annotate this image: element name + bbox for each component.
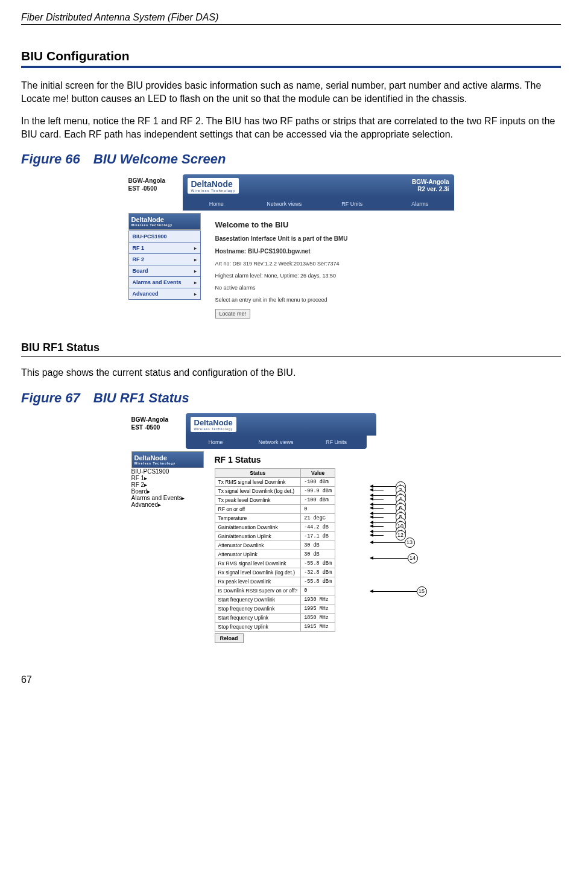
reload-button[interactable]: Reload bbox=[215, 633, 244, 643]
status-cell: Is Downlink RSSI superv on or off? bbox=[215, 586, 301, 595]
sidebar-item-alarms[interactable]: Alarms and Events▸ bbox=[131, 495, 204, 501]
nav-network-views[interactable]: Network views bbox=[246, 439, 306, 445]
status-cell: Rx peak level Downlink bbox=[215, 577, 301, 586]
biu-rf1-status-screenshot: BGW-AngolaEST -0500 DeltaNodeWireless Te… bbox=[131, 413, 451, 646]
status-cell: Tx signal level Downlink (log det.) bbox=[215, 486, 301, 495]
chevron-right-icon: ▸ bbox=[194, 280, 197, 285]
table-row: Rx RMS signal level Downlink-55.8 dBm bbox=[215, 559, 335, 568]
sidebar-logo: DeltaNodeWireless Technology bbox=[128, 213, 201, 230]
sidebar-item-advanced[interactable]: Advanced▸ bbox=[128, 288, 201, 300]
table-row: Attenuator Downlink30 dB bbox=[215, 541, 335, 550]
nav-alarms[interactable]: Alarms bbox=[386, 201, 454, 207]
table-row: Gain/attenuation Uplink-17.1 dB bbox=[215, 531, 335, 541]
deltanode-logo: DeltaNodeWireless Technology bbox=[188, 178, 239, 194]
status-cell: Start frequency Uplink bbox=[215, 613, 301, 622]
table-row: Start frequency Uplink1850 MHz bbox=[215, 613, 335, 622]
select-entry-line: Select an entry unit in the left menu to… bbox=[215, 297, 448, 303]
nav-home[interactable]: Home bbox=[183, 201, 251, 207]
table-row: Start frequency Downlink1930 MHz bbox=[215, 595, 335, 604]
table-row: Stop frequency Uplink1915 MHz bbox=[215, 622, 335, 631]
table-row: Rx signal level Downlink (log det.)-32.8… bbox=[215, 568, 335, 577]
sidebar-item-biu[interactable]: BIU-PCS1900 bbox=[131, 468, 204, 475]
value-cell: -44.2 dB bbox=[301, 522, 335, 531]
rf1-status-content: RF 1 Status StatusValue Tx RMS signal le… bbox=[204, 451, 451, 646]
table-row: Gain/attenuation Downlink-44.2 dB bbox=[215, 522, 335, 531]
table-row: Rx peak level Downlink-55.8 dBm bbox=[215, 577, 335, 586]
table-row: Is Downlink RSSI superv on or off?0 bbox=[215, 586, 335, 595]
chevron-right-icon: ▸ bbox=[194, 291, 197, 297]
nav-rf-units[interactable]: RF Units bbox=[318, 201, 387, 207]
sidebar-item-board[interactable]: Board▸ bbox=[128, 265, 201, 277]
bgw-label: BGW-AngolaEST -0500 bbox=[128, 174, 183, 192]
status-cell: Attenuator Downlink bbox=[215, 541, 301, 550]
status-cell: Rx signal level Downlink (log det.) bbox=[215, 568, 301, 577]
sidebar: DeltaNodeWireless Technology BIU-PCS1900… bbox=[128, 213, 201, 321]
chevron-right-icon: ▸ bbox=[182, 495, 185, 501]
nav-bar: Home Network views RF Units bbox=[186, 436, 367, 449]
bgw-label: BGW-AngolaEST -0500 bbox=[131, 413, 186, 431]
rf1-status-table: StatusValue Tx RMS signal level Downlink… bbox=[215, 468, 336, 632]
top-banner: DeltaNodeWireless Technology bbox=[186, 413, 376, 436]
value-cell: 0 bbox=[301, 586, 335, 595]
chevron-right-icon: ▸ bbox=[194, 268, 197, 274]
body-paragraph: This page shows the current status and c… bbox=[21, 366, 561, 379]
sidebar-item-advanced[interactable]: Advanced▸ bbox=[131, 501, 204, 508]
sidebar-item-rf1[interactable]: RF 1▸ bbox=[128, 243, 201, 254]
value-cell: -100 dBm bbox=[301, 495, 335, 504]
value-cell: 30 dB bbox=[301, 550, 335, 559]
figure-title: BIU RF1 Status bbox=[93, 390, 189, 405]
chevron-right-icon: ▸ bbox=[158, 501, 161, 508]
nav-rf-units[interactable]: RF Units bbox=[306, 439, 367, 445]
status-cell: Attenuator Uplink bbox=[215, 550, 301, 559]
figure-title: BIU Welcome Screen bbox=[93, 151, 226, 167]
table-row: RF on or off0 bbox=[215, 504, 335, 513]
hostname-line: Hostname: BIU-PCS1900.bgw.net bbox=[215, 248, 448, 255]
body-paragraph: In the left menu, notice the RF 1 and RF… bbox=[21, 115, 561, 141]
status-cell: Gain/attenuation Uplink bbox=[215, 531, 301, 541]
welcome-title: Welcome to the BIU bbox=[215, 220, 448, 229]
figure-caption-67: Figure 67BIU RF1 Status bbox=[21, 390, 561, 406]
table-row: Attenuator Uplink30 dB bbox=[215, 550, 335, 559]
sidebar-item-biu[interactable]: BIU-PCS1900 bbox=[128, 230, 201, 243]
subsection-heading-rf1-status: BIU RF1 Status bbox=[21, 341, 561, 357]
chevron-right-icon: ▸ bbox=[147, 488, 150, 495]
chevron-right-icon: ▸ bbox=[144, 475, 147, 481]
locate-me-button[interactable]: Locate me! bbox=[215, 309, 251, 319]
table-row: Tx peak level Downlink-100 dBm bbox=[215, 495, 335, 504]
value-cell: -100 dBm bbox=[301, 477, 335, 486]
status-cell: Gain/attenuation Downlink bbox=[215, 522, 301, 531]
value-cell: -17.1 dB bbox=[301, 531, 335, 541]
no-alarms-line: No active alarms bbox=[215, 285, 448, 291]
section-heading-biu-config: BIU Configuration bbox=[21, 49, 561, 68]
value-cell: 1930 MHz bbox=[301, 595, 335, 604]
sidebar-item-rf2[interactable]: RF 2▸ bbox=[128, 254, 201, 265]
top-banner: DeltaNodeWireless Technology BGW-AngolaR… bbox=[183, 174, 454, 197]
nav-bar: Home Network views RF Units Alarms bbox=[183, 197, 454, 211]
value-cell: 1915 MHz bbox=[301, 622, 335, 631]
table-row: Stop frequency Downlink1995 MHz bbox=[215, 604, 335, 613]
alarm-uptime-line: Highest alarm level: None, Uptime: 26 da… bbox=[215, 273, 448, 279]
value-cell: -99.9 dBm bbox=[301, 486, 335, 495]
sidebar: DeltaNodeWireless Technology BIU-PCS1900… bbox=[131, 451, 204, 646]
sidebar-item-board[interactable]: Board▸ bbox=[131, 488, 204, 495]
running-header: Fiber Distributed Antenna System (Fiber … bbox=[21, 12, 561, 25]
table-row: Tx signal level Downlink (log det.)-99.9… bbox=[215, 486, 335, 495]
sidebar-logo: DeltaNodeWireless Technology bbox=[131, 451, 204, 468]
figure-number: Figure 66 bbox=[21, 151, 80, 167]
status-cell: RF on or off bbox=[215, 504, 301, 513]
nav-network-views[interactable]: Network views bbox=[250, 201, 318, 207]
welcome-content: Welcome to the BIU Basestation Interface… bbox=[201, 213, 454, 321]
status-cell: Tx peak level Downlink bbox=[215, 495, 301, 504]
value-cell: -55.8 dBm bbox=[301, 577, 335, 586]
figure-number: Figure 67 bbox=[21, 390, 80, 405]
sidebar-item-alarms[interactable]: Alarms and Events▸ bbox=[128, 277, 201, 288]
biu-welcome-screenshot: BGW-AngolaEST -0500 DeltaNodeWireless Te… bbox=[128, 174, 454, 321]
rf1-status-title: RF 1 Status bbox=[215, 455, 451, 465]
value-cell: -55.8 dBm bbox=[301, 559, 335, 568]
chevron-right-icon: ▸ bbox=[194, 257, 197, 262]
sidebar-item-rf2[interactable]: RF 2▸ bbox=[131, 481, 204, 488]
sidebar-item-rf1[interactable]: RF 1▸ bbox=[131, 475, 204, 481]
table-row: Temperature21 degC bbox=[215, 513, 335, 522]
nav-home[interactable]: Home bbox=[186, 439, 246, 445]
value-cell: 0 bbox=[301, 504, 335, 513]
